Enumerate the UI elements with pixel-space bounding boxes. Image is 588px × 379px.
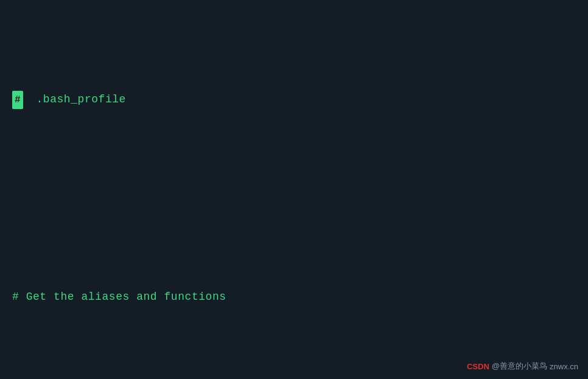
hash-icon: # <box>12 91 23 109</box>
editor-container: # .bash_profile # Get the aliases and fu… <box>0 0 588 379</box>
comment-aliases-text: # Get the aliases and functions <box>12 288 226 307</box>
watermark-handle: @善意的小菜鸟 <box>492 361 547 372</box>
watermark-logo: CSDN <box>467 362 489 371</box>
line-comment-aliases: # Get the aliases and functions <box>12 286 588 308</box>
empty-line-1 <box>12 188 588 210</box>
watermark: CSDN @善意的小菜鸟 znwx.cn <box>467 361 578 372</box>
watermark-site: znwx.cn <box>550 362 578 371</box>
title-text: .bash_profile <box>29 90 126 110</box>
line-title: # .bash_profile <box>12 89 588 111</box>
code-area: # .bash_profile # Get the aliases and fu… <box>12 12 588 379</box>
